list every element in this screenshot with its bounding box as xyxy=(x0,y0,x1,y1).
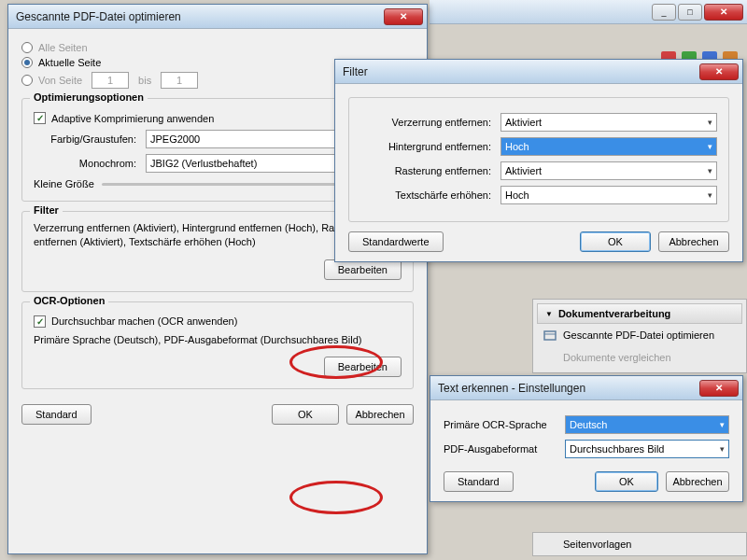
standard-button[interactable]: Standard xyxy=(444,471,514,492)
background-app-window: _ □ ✕ xyxy=(430,0,747,28)
select-value: Aktiviert xyxy=(505,165,542,176)
cancel-button[interactable]: Abbrechen xyxy=(658,231,729,252)
chevron-down-icon: ▾ xyxy=(708,166,712,175)
side-panel: ▼ Dokumentverarbeitung Gescannte PDF-Dat… xyxy=(532,299,747,373)
chevron-down-icon: ▾ xyxy=(708,118,712,127)
color-label: Farbig/Graustufen: xyxy=(34,133,146,145)
side-panel-header[interactable]: ▼ Dokumentverarbeitung xyxy=(537,303,742,324)
cancel-button[interactable]: Abbrechen xyxy=(666,471,729,492)
select-value: Durchsuchbares Bild xyxy=(570,443,665,455)
radio-all-pages[interactable]: Alle Seiten xyxy=(21,42,414,53)
bg-minimize-button[interactable]: _ xyxy=(652,4,676,21)
svg-rect-0 xyxy=(544,331,556,340)
standard-button[interactable]: Standard xyxy=(21,404,92,425)
select-value: Hoch xyxy=(505,141,529,152)
side-panel-bottom: Seitenvorlagen xyxy=(532,532,747,556)
disclosure-triangle-icon: ▼ xyxy=(545,310,553,318)
chevron-down-icon: ▾ xyxy=(720,420,725,429)
ok-button[interactable]: OK xyxy=(580,231,651,252)
side-item-label: Gescannte PDF-Datei optimieren xyxy=(563,329,714,341)
from-page-input[interactable]: 1 xyxy=(92,72,129,89)
scanner-icon xyxy=(543,328,557,343)
filter-dialog: Filter ✕ Verzerrung entfernen: Aktiviert… xyxy=(334,59,743,262)
radio-label: Von Seite xyxy=(38,75,82,86)
select-value: Aktiviert xyxy=(505,117,542,128)
dialog-title: Gescannte PDF-Datei optimieren xyxy=(16,10,384,23)
filter-fields: Verzerrung entfernen: Aktiviert▾ Hinterg… xyxy=(348,97,729,222)
ocr-lang-label: Primäre OCR-Sprache xyxy=(444,419,565,430)
bg-maximize-button[interactable]: □ xyxy=(678,4,702,21)
close-button[interactable]: ✕ xyxy=(699,63,739,80)
slider-min-label: Kleine Größe xyxy=(34,178,94,189)
select-value: JBIG2 (Verlustbehaftet) xyxy=(150,158,257,169)
side-item-templates[interactable]: Seitenvorlagen xyxy=(537,537,742,552)
edit-ocr-button[interactable]: Bearbeiten xyxy=(324,357,402,377)
edit-filter-button[interactable]: Bearbeiten xyxy=(324,259,402,280)
chevron-down-icon: ▾ xyxy=(708,190,712,200)
check-label: Adaptive Komprimierung anwenden xyxy=(51,113,214,124)
chevron-down-icon: ▾ xyxy=(708,142,712,151)
ok-button[interactable]: OK xyxy=(272,404,339,425)
deskew-select[interactable]: Aktiviert▾ xyxy=(500,113,717,132)
close-button[interactable]: ✕ xyxy=(384,8,423,25)
group-legend: OCR-Optionen xyxy=(30,295,108,306)
side-item-compare[interactable]: Dokumente vergleichen xyxy=(537,346,742,369)
ocr-lang-select[interactable]: Deutsch▾ xyxy=(565,415,729,434)
sharp-label: Textschärfe erhöhen: xyxy=(360,189,500,201)
ocr-summary-text: Primäre Sprache (Deutsch), PDF-Ausgabefo… xyxy=(34,333,402,347)
bg-close-button[interactable]: ✕ xyxy=(704,4,743,21)
defaults-button[interactable]: Standardwerte xyxy=(348,231,444,252)
cancel-button[interactable]: Abbrechen xyxy=(346,404,414,425)
group-legend: Optimierungsoptionen xyxy=(30,91,148,103)
dialog-title: Text erkennen - Einstellungen xyxy=(438,382,699,395)
side-item-optimize[interactable]: Gescannte PDF-Datei optimieren xyxy=(537,324,742,346)
group-legend: Filter xyxy=(30,204,63,216)
raster-label: Rasterung entfernen: xyxy=(360,165,500,176)
close-button[interactable]: ✕ xyxy=(699,380,739,397)
ocr-group: OCR-Optionen ✓Durchsuchbar machen (OCR a… xyxy=(21,301,414,389)
side-item-label: Dokumente vergleichen xyxy=(563,352,671,363)
check-label: Durchsuchbar machen (OCR anwenden) xyxy=(51,315,237,327)
mono-label: Monochrom: xyxy=(34,158,146,169)
ok-button[interactable]: OK xyxy=(595,471,658,492)
raster-select[interactable]: Aktiviert▾ xyxy=(500,161,717,180)
to-label: bis xyxy=(138,75,151,86)
sharp-select[interactable]: Hoch▾ xyxy=(500,186,717,204)
chevron-down-icon: ▾ xyxy=(720,444,725,454)
side-panel-title: Dokumentverarbeitung xyxy=(558,308,670,319)
select-value: Deutsch xyxy=(570,419,607,430)
ocr-settings-dialog: Text erkennen - Einstellungen ✕ Primäre … xyxy=(430,375,743,502)
radio-label: Aktuelle Seite xyxy=(38,57,101,68)
select-value: Hoch xyxy=(505,189,529,201)
radio-label: Alle Seiten xyxy=(38,42,88,53)
ocr-output-select[interactable]: Durchsuchbares Bild▾ xyxy=(565,440,729,458)
side-item-label: Seitenvorlagen xyxy=(563,539,631,550)
select-value: JPEG2000 xyxy=(150,133,200,145)
dialog-title: Filter xyxy=(343,65,699,78)
deskew-label: Verzerrung entfernen: xyxy=(360,117,500,128)
bg-label: Hintergrund entfernen: xyxy=(360,141,500,152)
ocr-enable-check[interactable]: ✓Durchsuchbar machen (OCR anwenden) xyxy=(34,315,402,328)
to-page-input[interactable]: 1 xyxy=(161,72,198,89)
ocr-output-label: PDF-Ausgabeformat xyxy=(444,443,565,455)
bg-select[interactable]: Hoch▾ xyxy=(500,137,717,156)
